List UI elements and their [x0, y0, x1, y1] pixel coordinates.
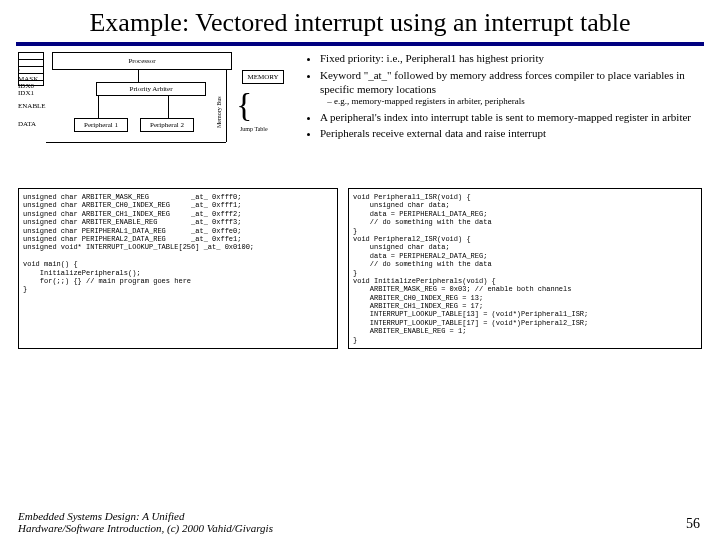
footer-line-1: Embedded Systems Design: A Unified [18, 510, 184, 522]
code-block-isrs: void Peripheral1_ISR(void) { unsigned ch… [348, 188, 702, 349]
code-block-registers: unsigned char ARBITER_MASK_REG _at_ 0xff… [18, 188, 338, 349]
bullet-item: Fixed priority: i.e., Peripheral1 has hi… [320, 52, 702, 66]
bullet-item: Peripherals receive external data and ra… [320, 127, 702, 141]
footer-citation: Embedded Systems Design: A Unified Hardw… [18, 510, 273, 534]
wire [98, 96, 99, 118]
slide-title: Example: Vectored interrupt using an int… [0, 0, 720, 42]
memory-box: MEMORY [242, 70, 284, 84]
processor-box: Processor [52, 52, 232, 70]
table-dots: : [19, 67, 43, 74]
footer-line-2: Hardware/Software Introduction, (c) 2000… [18, 522, 273, 534]
bullet-list: Fixed priority: i.e., Peripheral1 has hi… [306, 52, 702, 182]
slide: Example: Vectored interrupt using an int… [0, 0, 720, 540]
bullet-text: Keyword "_at_" followed by memory addres… [320, 69, 685, 95]
bullet-item: A peripheral's index into interrupt tabl… [320, 111, 702, 125]
peripheral2-box: Peripheral 2 [140, 118, 194, 132]
wire [138, 70, 139, 82]
page-number: 56 [686, 516, 700, 532]
label-memory-bus: Memory Bus [216, 97, 222, 129]
label-enable: ENABLE [18, 102, 46, 110]
mask-labels: MASK IDX0 IDX1 [18, 76, 38, 97]
interrupt-diagram: Processor Priority Arbiter MEMORY Periph… [18, 52, 296, 182]
brace-icon: { [236, 88, 252, 122]
bullet-item: Keyword "_at_" followed by memory addres… [320, 69, 702, 108]
arbiter-box: Priority Arbiter [96, 82, 206, 96]
wire [46, 142, 226, 143]
label-jump-table: Jump Table [240, 126, 268, 132]
label-idx1: IDX1 [18, 89, 34, 97]
label-data: DATA [18, 120, 36, 128]
sub-bullet: e.g., memory-mapped registers in arbiter… [334, 96, 702, 107]
peripheral1-box: Peripheral 1 [74, 118, 128, 132]
wire [168, 96, 169, 118]
content-area: Processor Priority Arbiter MEMORY Periph… [0, 46, 720, 349]
two-column-row: Processor Priority Arbiter MEMORY Periph… [18, 52, 702, 182]
code-row: unsigned char ARBITER_MASK_REG _at_ 0xff… [18, 188, 702, 349]
wire [226, 70, 227, 142]
